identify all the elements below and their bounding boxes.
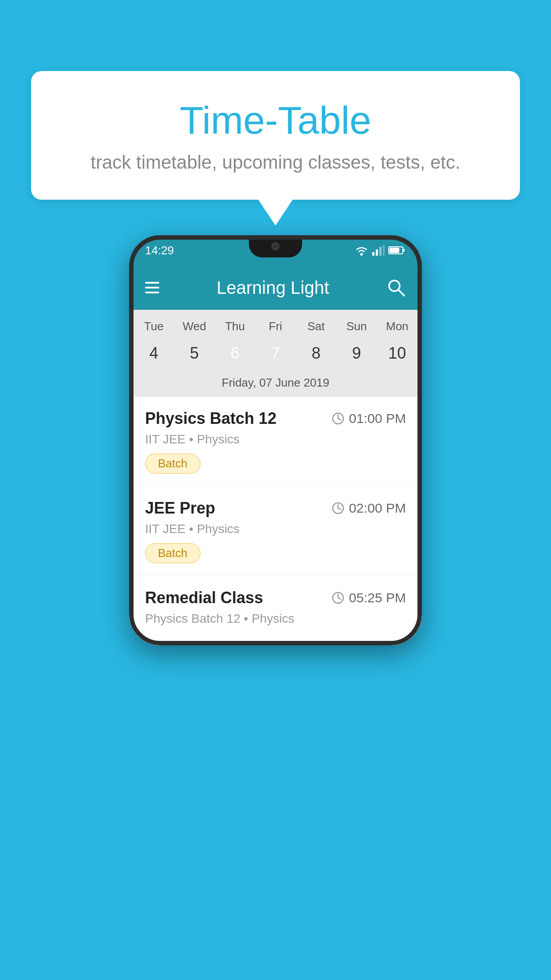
speech-bubble: Time-Table track timetable, upcoming cla… [31, 71, 520, 200]
svg-line-12 [338, 419, 341, 420]
svg-rect-3 [379, 247, 382, 256]
day-numbers: 4 5 6 7 8 9 10 [129, 336, 422, 372]
schedule-item-2-subtitle: IIT JEE • Physics [145, 522, 406, 536]
schedule-item-1-tag: Batch [145, 454, 201, 474]
hamburger-line-3 [145, 292, 159, 293]
notch [249, 235, 302, 257]
schedule-item-3-title: Remedial Class [145, 589, 263, 607]
date-5[interactable]: 5 [174, 340, 214, 367]
svg-rect-4 [383, 245, 385, 256]
schedule-item-2-time: 02:00 PM [331, 501, 406, 516]
day-labels: Tue Wed Thu Fri Sat Sun Mon [129, 317, 422, 336]
hamburger-line-2 [145, 287, 159, 288]
schedule-item-3-header: Remedial Class 05:25 PM [145, 589, 406, 607]
schedule-item-2-time-text: 02:00 PM [349, 501, 406, 516]
day-tue: Tue [134, 317, 174, 336]
svg-line-18 [338, 598, 341, 599]
front-camera [272, 242, 279, 250]
schedule-item-2[interactable]: JEE Prep 02:00 PM IIT JEE • Physics Batc… [129, 486, 422, 576]
schedule-item-2-tag: Batch [145, 543, 201, 563]
wifi-icon [354, 245, 369, 256]
app-feature-subtitle: track timetable, upcoming classes, tests… [67, 152, 484, 173]
schedule-item-1-subtitle: IIT JEE • Physics [145, 432, 406, 447]
clock-icon-1 [331, 412, 345, 425]
selected-date-label: Friday, 07 June 2019 [129, 372, 422, 397]
clock-icon-2 [331, 502, 345, 515]
date-9[interactable]: 9 [336, 340, 377, 367]
svg-rect-6 [403, 249, 405, 252]
app-header: Learning Light [129, 265, 422, 310]
today-circle [220, 339, 250, 368]
date-10[interactable]: 10 [377, 340, 417, 367]
calendar-strip: Tue Wed Thu Fri Sat Sun Mon 4 5 6 [129, 310, 422, 397]
day-sat: Sat [296, 317, 336, 336]
status-icons [354, 245, 406, 256]
date-7-selected[interactable]: 7 [255, 340, 295, 367]
schedule-item-1-time: 01:00 PM [331, 411, 406, 426]
speech-bubble-container: Time-Table track timetable, upcoming cla… [31, 71, 520, 225]
status-time: 14:29 [145, 244, 174, 257]
phone-mockup: 14:29 [129, 235, 422, 645]
day-thu: Thu [215, 317, 255, 336]
schedule-item-2-header: JEE Prep 02:00 PM [145, 499, 406, 518]
schedule-list: Physics Batch 12 01:00 PM IIT JEE • Phys… [129, 397, 422, 645]
schedule-item-3-time-text: 05:25 PM [349, 590, 406, 605]
date-6-today[interactable]: 6 [215, 340, 255, 367]
app-title: Learning Light [216, 278, 329, 298]
signal-icon [372, 245, 385, 256]
svg-point-0 [360, 253, 363, 256]
battery-icon [388, 246, 406, 255]
status-bar: 14:29 [129, 235, 422, 265]
svg-line-15 [338, 508, 341, 510]
schedule-item-2-title: JEE Prep [145, 499, 215, 518]
date-4[interactable]: 4 [134, 340, 174, 367]
phone-frame: 14:29 [129, 235, 422, 645]
app-feature-title: Time-Table [67, 98, 484, 143]
selected-circle [261, 339, 290, 368]
day-fri: Fri [255, 317, 295, 336]
schedule-item-1[interactable]: Physics Batch 12 01:00 PM IIT JEE • Phys… [129, 397, 422, 486]
hamburger-menu-button[interactable] [145, 282, 159, 293]
schedule-item-1-header: Physics Batch 12 01:00 PM [145, 409, 406, 428]
speech-bubble-arrow [258, 199, 293, 225]
day-mon: Mon [377, 317, 417, 336]
schedule-item-1-time-text: 01:00 PM [349, 411, 406, 426]
svg-line-9 [398, 290, 404, 296]
clock-icon-3 [331, 591, 345, 605]
date-8[interactable]: 8 [296, 340, 336, 367]
schedule-item-3[interactable]: Remedial Class 05:25 PM Physics Batch 12… [129, 576, 422, 645]
schedule-item-3-subtitle: Physics Batch 12 • Physics [145, 612, 406, 626]
svg-rect-2 [376, 249, 378, 256]
hamburger-line-1 [145, 282, 159, 284]
day-sun: Sun [336, 317, 377, 336]
schedule-item-3-time: 05:25 PM [331, 590, 406, 605]
svg-rect-1 [372, 252, 374, 256]
day-wed: Wed [174, 317, 214, 336]
search-icon[interactable] [386, 278, 406, 297]
svg-rect-7 [390, 248, 399, 253]
schedule-item-1-title: Physics Batch 12 [145, 409, 276, 428]
